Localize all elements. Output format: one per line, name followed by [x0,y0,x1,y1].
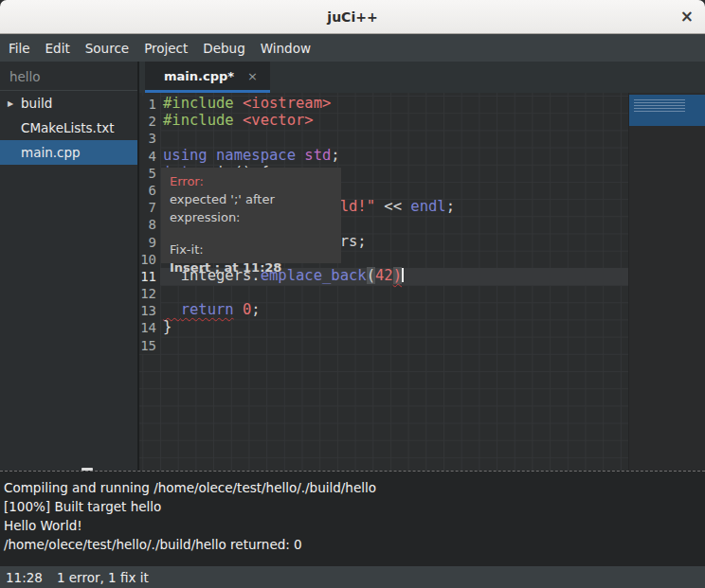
code-token [234,301,243,318]
editor-wrap: 1#include <iostream>2#include <vector>34… [139,93,705,471]
paned-separator[interactable] [0,471,705,474]
line-number: 7 [139,199,160,216]
code-line-text [160,130,628,147]
menu-item-window[interactable]: Window [261,41,311,56]
menu-item-project[interactable]: Project [144,41,188,56]
code-token: <vector> [243,112,314,129]
terminal-line: /home/olece/test/hello/./build/hello ret… [4,535,701,554]
code-line-text: #include <vector> [160,113,628,130]
line-number: 13 [139,302,160,319]
code-token [208,147,216,164]
tab-bar: main.cpp* × [139,62,705,93]
code-token: ; [251,301,260,318]
tab-main-cpp[interactable]: main.cpp* × [145,62,270,93]
project-name-header: hello [0,62,137,91]
line-number: 2 [139,113,160,130]
sidebar-item-label: main.cpp [21,145,81,160]
paned-grip-handle[interactable] [81,468,93,471]
code-token [163,301,181,318]
window-title: juCi++ [327,9,377,25]
code-line-text [160,285,628,302]
code-line-text: } [160,319,628,336]
code-line-text: return 0; [160,302,628,319]
code-token: endl [410,198,445,215]
diagnostics-summary: 1 error, 1 fix it [57,570,149,585]
menu-item-file[interactable]: File [9,41,30,56]
terminal-line: Compiling and running /home/olece/test/h… [4,478,701,497]
app-window: juCi++ × FileEditSourceProjectDebugWindo… [0,0,705,588]
sidebar-item-label: build [21,96,52,111]
tab-label: main.cpp* [164,69,234,83]
file-tree: ▶buildCMakeLists.txtmain.cpp [0,91,137,165]
line-number: 5 [139,165,160,182]
menu-item-debug[interactable]: Debug [203,41,244,56]
titlebar[interactable]: juCi++ × [0,0,705,34]
terminal-line: Hello World! [4,516,701,535]
line-number: 3 [139,130,160,147]
code-line[interactable]: 1#include <iostream> [139,96,628,113]
code-token: namespace [216,147,296,164]
code-line[interactable]: 3 [139,130,628,147]
code-editor[interactable]: 1#include <iostream>2#include <vector>34… [139,93,628,471]
code-token: #include [163,112,243,129]
line-number: 9 [139,234,160,251]
window-close-button[interactable]: × [680,8,694,24]
line-number: 8 [139,216,160,233]
code-token: using [163,147,208,164]
main-area: hello ▶buildCMakeLists.txtmain.cpp main.… [0,62,705,471]
sidebar-item-build[interactable]: ▶build [0,91,137,116]
code-line[interactable]: 15 [139,337,628,354]
line-number: 11 [139,268,160,285]
code-token: return [181,301,234,318]
line-number: 10 [139,251,160,268]
tab-close-icon[interactable]: × [247,70,258,82]
terminal-panel[interactable]: Compiling and running /home/olece/test/h… [0,474,705,566]
line-number: 4 [139,148,160,165]
code-line-text [160,337,628,354]
tooltip-fixit-message: Insert ; at 11:28 [170,258,333,276]
tooltip-error-message: expected ';' after expression: [170,190,333,226]
code-line[interactable]: 2#include <vector> [139,113,628,130]
code-token: <iostream> [243,95,331,112]
code-token: << [375,198,410,215]
overview-map[interactable] [628,93,705,471]
overview-viewport[interactable] [629,95,705,126]
file-sidebar: hello ▶buildCMakeLists.txtmain.cpp [0,62,139,471]
code-token: } [163,318,172,335]
sidebar-item-cmakelists-txt[interactable]: CMakeLists.txt [0,116,137,140]
line-number: 1 [139,96,160,113]
code-token: std [304,147,331,164]
line-number: 15 [139,337,160,354]
terminal-line: [100%] Built target hello [4,497,701,516]
editor-pane: main.cpp* × 1#include <iostream>2#includ… [139,62,705,471]
code-line[interactable]: 13 return 0; [139,302,628,319]
code-token: 0 [243,301,251,318]
line-number: 12 [139,285,160,302]
code-line[interactable]: 4using namespace std; [139,148,628,165]
text-cursor [402,268,404,282]
code-line-text: #include <iostream> [160,96,628,113]
code-token: ( [367,267,375,284]
sidebar-item-main-cpp[interactable]: main.cpp [0,140,137,165]
code-line[interactable]: 14} [139,319,628,336]
menu-item-source[interactable]: Source [85,41,129,56]
code-token: ; [446,198,455,215]
status-bar: 11:28 1 error, 1 fix it [0,566,705,588]
code-token: #include [163,95,243,112]
tooltip-error-label: Error: [170,172,333,190]
code-token: 42 [375,267,393,284]
code-token: ) [393,267,402,284]
error-tooltip: Error: expected ';' after expression: Fi… [161,168,341,263]
tooltip-fixit-label: Fix-it: [170,241,333,258]
code-line[interactable]: 12 [139,285,628,302]
code-line-text: using namespace std; [160,148,628,165]
menubar: FileEditSourceProjectDebugWindow [0,34,705,62]
expander-icon[interactable]: ▶ [8,99,21,108]
code-token [296,147,304,164]
code-token: ; [331,147,339,164]
sidebar-item-label: CMakeLists.txt [21,120,115,135]
menu-item-edit[interactable]: Edit [45,41,70,56]
line-number: 14 [139,319,160,336]
line-number: 6 [139,182,160,199]
cursor-position: 11:28 [6,570,43,585]
